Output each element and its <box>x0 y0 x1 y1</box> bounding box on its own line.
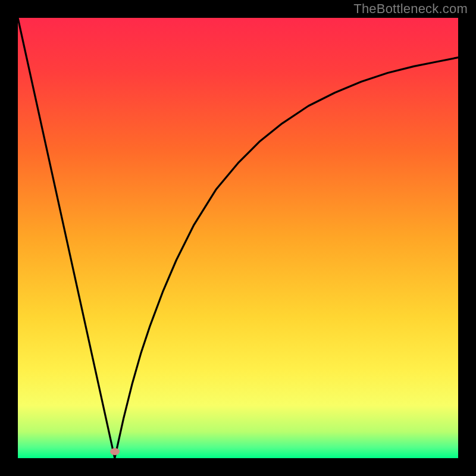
chart-svg <box>18 18 458 458</box>
watermark-label: TheBottleneck.com <box>353 1 468 17</box>
gradient-background <box>18 18 458 458</box>
data-point-marker <box>110 448 120 455</box>
plot-area <box>18 18 458 458</box>
chart-frame: TheBottleneck.com <box>0 0 476 476</box>
